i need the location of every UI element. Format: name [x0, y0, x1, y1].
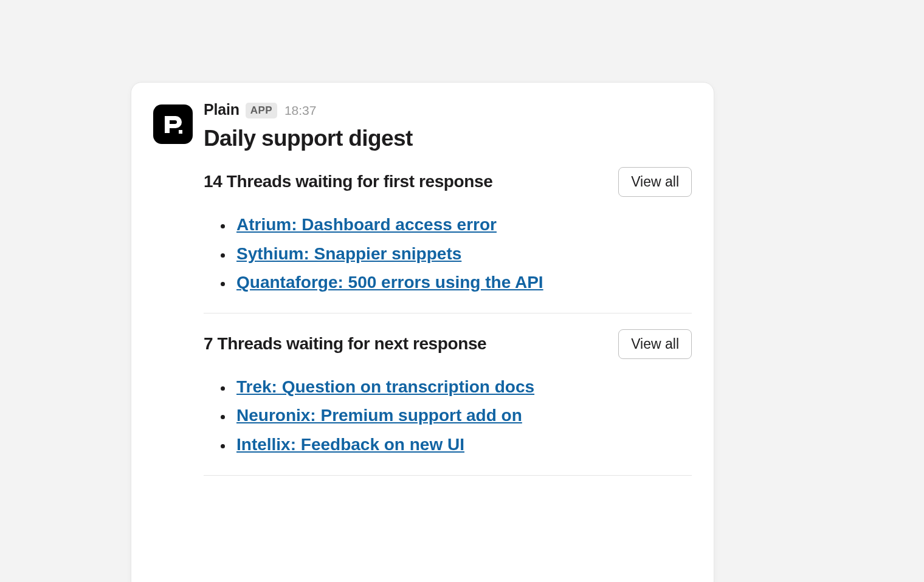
- message-card: Plain APP 18:37 Daily support digest 14 …: [131, 82, 714, 582]
- svg-rect-0: [179, 130, 182, 134]
- section-title: 7 Threads waiting for next response: [204, 333, 486, 355]
- app-badge: APP: [246, 103, 277, 118]
- thread-link[interactable]: Quantaforge: 500 errors using the API: [236, 273, 543, 292]
- sender-name: Plain: [204, 101, 240, 118]
- view-all-button[interactable]: View all: [618, 329, 692, 359]
- thread-link[interactable]: Sythium: Snappier snippets: [236, 244, 461, 263]
- list-item: Atrium: Dashboard access error: [233, 210, 692, 239]
- thread-link[interactable]: Intellix: Feedback on new UI: [236, 435, 464, 454]
- digest-section: 14 Threads waiting for first response Vi…: [204, 167, 692, 313]
- list-item: Neuronix: Premium support add on: [233, 401, 692, 430]
- digest-title: Daily support digest: [204, 126, 692, 151]
- view-all-button[interactable]: View all: [618, 167, 692, 197]
- list-item: Trek: Question on transcription docs: [233, 372, 692, 402]
- app-avatar: [153, 104, 193, 144]
- section-title: 14 Threads waiting for first response: [204, 171, 492, 193]
- plain-logo-icon: [161, 112, 185, 137]
- list-item: Sythium: Snappier snippets: [233, 239, 692, 269]
- thread-link[interactable]: Neuronix: Premium support add on: [236, 406, 522, 425]
- list-item: Intellix: Feedback on new UI: [233, 430, 692, 459]
- thread-link[interactable]: Trek: Question on transcription docs: [236, 377, 534, 396]
- message-header: Plain APP 18:37: [204, 101, 692, 120]
- digest-section: 7 Threads waiting for next response View…: [204, 329, 692, 476]
- thread-link[interactable]: Atrium: Dashboard access error: [236, 215, 497, 234]
- list-item: Quantaforge: 500 errors using the API: [233, 268, 692, 297]
- message-timestamp: 18:37: [284, 103, 317, 118]
